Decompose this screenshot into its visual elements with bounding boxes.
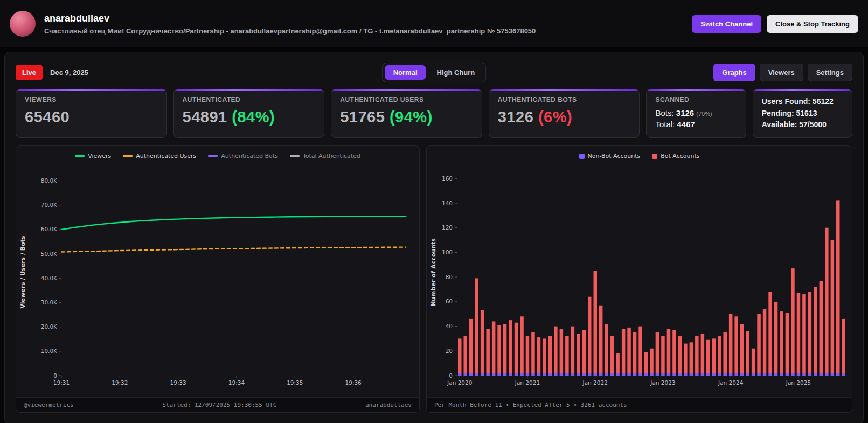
svg-text:Jan 2020: Jan 2020 [447, 379, 472, 386]
watermark-label: @viewermetrics [24, 401, 74, 408]
header-actions: Switch Channel Close & Stop Tracking [692, 15, 858, 33]
charts-row: ViewersAuthenticated UsersAuthenticated … [16, 145, 852, 413]
tab-graphs[interactable]: Graphs [713, 64, 755, 81]
legend-swatch [123, 155, 133, 157]
svg-text:Number of Accounts: Number of Accounts [430, 238, 437, 306]
scanned-total-value: 4467 [677, 120, 695, 129]
value-number: 3126 [498, 108, 534, 126]
card-users-found: Users Found: 56122 Pending: 51613 Availa… [753, 89, 852, 138]
legend-item[interactable]: Non-Bot Accounts [579, 152, 641, 160]
accounts-chart-legend: Non-Bot AccountsBot Accounts [427, 152, 852, 160]
mode-toggle: Normal High Churn [382, 63, 487, 82]
legend-label: Viewers [88, 152, 111, 160]
main-panel: Live Dec 9, 2025 Normal High Churn Graph… [4, 52, 864, 423]
svg-text:80.0K: 80.0K [41, 177, 58, 184]
legend-item[interactable]: Total Authenticated [290, 152, 360, 160]
channel-info: anarabdullaev Счастливый отец Мии! Сотру… [44, 13, 683, 35]
value-percent: (94%) [390, 108, 433, 126]
mode-high-churn-button[interactable]: High Churn [428, 65, 484, 80]
legend-label: Authenticated Users [136, 152, 196, 160]
svg-text:19:33: 19:33 [170, 379, 186, 386]
value-number: 54891 [183, 108, 227, 126]
svg-text:19:31: 19:31 [53, 379, 70, 386]
channel-footer-label: anarabdullaev [365, 401, 412, 408]
legend-label: Non-Bot Accounts [588, 152, 641, 160]
card-label: AUTHENTICATED BOTS [498, 96, 631, 103]
svg-text:40: 40 [446, 323, 453, 329]
svg-text:100: 100 [442, 249, 453, 255]
accounts-chart-panel: Non-Bot AccountsBot Accounts 02040608010… [426, 145, 852, 413]
legend-swatch [75, 155, 85, 157]
authenticated-bots-value: 3126 (6%) [498, 108, 631, 126]
live-badge[interactable]: Live [16, 65, 43, 80]
legend-label: Authenticated Bots [221, 152, 278, 160]
channel-subtitle: Счастливый отец Мии! Сотрудничество/Part… [44, 27, 683, 35]
card-authenticated: AUTHENTICATED 54891 (84%) [173, 89, 325, 138]
svg-text:Jan 2023: Jan 2023 [650, 379, 675, 386]
svg-text:20.0K: 20.0K [41, 323, 58, 330]
date-label: Dec 9, 2025 [50, 68, 88, 77]
svg-text:Jan 2025: Jan 2025 [786, 379, 811, 386]
users-found-line: Users Found: 56122 [762, 96, 843, 108]
card-label: VIEWERS [25, 96, 158, 103]
viewers-chart-panel: ViewersAuthenticated UsersAuthenticated … [16, 145, 420, 413]
viewers-chart-svg: 010.0K20.0K30.0K40.0K50.0K60.0K70.0K80.0… [16, 146, 419, 395]
accounts-chart-footer: Per Month Before 11 • Expected After 5 •… [427, 397, 852, 412]
scanned-bots-label: Bots: [655, 108, 673, 117]
svg-text:20: 20 [446, 348, 453, 354]
svg-text:Jan 2022: Jan 2022 [582, 379, 608, 386]
legend-label: Bot Accounts [661, 152, 699, 160]
legend-item[interactable]: Authenticated Users [123, 152, 196, 160]
card-authenticated-bots: AUTHENTICATED BOTS 3126 (6%) [489, 89, 640, 138]
legend-swatch [579, 154, 585, 159]
svg-text:30.0K: 30.0K [41, 299, 58, 306]
accounts-footer-label: Per Month Before 11 • Expected After 5 •… [434, 401, 627, 408]
svg-text:60.0K: 60.0K [41, 226, 58, 233]
svg-text:19:35: 19:35 [287, 379, 303, 386]
authenticated-value: 54891 (84%) [183, 108, 316, 126]
tab-viewers[interactable]: Viewers [760, 64, 803, 81]
svg-text:Jan 2021: Jan 2021 [515, 379, 540, 386]
legend-item[interactable]: Bot Accounts [652, 152, 699, 160]
scanned-bots-line: Bots: 3126 (70%) [655, 108, 737, 117]
value-percent: (6%) [538, 108, 572, 126]
legend-swatch [208, 155, 218, 157]
avatar[interactable] [10, 11, 36, 37]
svg-text:40.0K: 40.0K [41, 275, 58, 281]
accounts-chart-body: Non-Bot AccountsBot Accounts 02040608010… [427, 146, 852, 397]
svg-text:Viewers / Users / Bots: Viewers / Users / Bots [19, 235, 26, 309]
svg-text:19:36: 19:36 [345, 379, 362, 386]
close-stop-tracking-button[interactable]: Close & Stop Tracking [767, 15, 858, 33]
scanned-bots-value: 3126 [676, 108, 694, 117]
status-group: Live Dec 9, 2025 [16, 65, 88, 80]
pending-line: Pending: 51613 [762, 108, 843, 120]
app-root: anarabdullaev Счастливый отец Мии! Сотру… [0, 0, 868, 423]
view-tabs: Graphs Viewers Settings [713, 64, 852, 81]
legend-label: Total Authenticated [303, 152, 360, 160]
legend-swatch [652, 154, 657, 159]
svg-text:Jan 2024: Jan 2024 [718, 379, 744, 386]
tab-settings[interactable]: Settings [808, 64, 852, 81]
svg-text:70.0K: 70.0K [41, 202, 58, 208]
legend-item[interactable]: Authenticated Bots [208, 152, 278, 160]
accounts-chart-svg: 020406080100120140160Jan 2020Jan 2021Jan… [427, 146, 852, 395]
card-viewers: VIEWERS 65460 [16, 89, 167, 138]
value-number: 51765 [340, 108, 385, 126]
svg-text:0: 0 [53, 372, 57, 379]
available-line: Available: 57/5000 [762, 119, 843, 131]
mode-normal-button[interactable]: Normal [385, 65, 426, 80]
viewers-chart-footer: @viewermetrics Started: 12/09/2025 19:30… [16, 397, 419, 412]
stat-cards: VIEWERS 65460 AUTHENTICATED 54891 (84%) … [16, 89, 852, 138]
svg-text:50.0K: 50.0K [41, 251, 58, 257]
scanned-total-label: Total: [655, 120, 675, 129]
svg-text:60: 60 [446, 298, 453, 304]
legend-item[interactable]: Viewers [75, 152, 111, 160]
started-label: Started: 12/09/2025 19:30:55 UTC [162, 401, 276, 408]
svg-text:0: 0 [449, 372, 453, 379]
switch-channel-button[interactable]: Switch Channel [692, 15, 761, 33]
scanned-total-line: Total: 4467 [655, 120, 737, 129]
viewers-value: 65460 [25, 108, 158, 126]
value-percent: (84%) [232, 108, 275, 126]
scanned-bots-percent: (70%) [696, 110, 712, 117]
svg-text:160: 160 [442, 175, 453, 182]
